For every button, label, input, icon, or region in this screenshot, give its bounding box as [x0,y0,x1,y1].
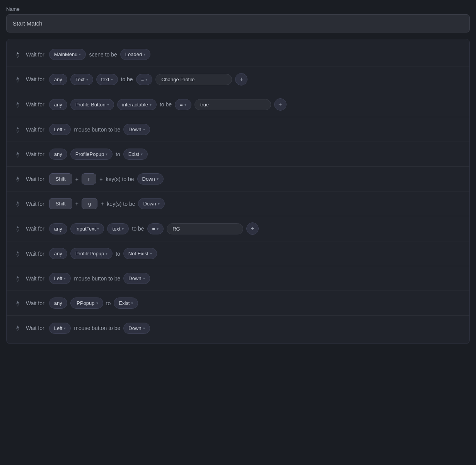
add-condition-button[interactable]: + [246,222,259,235]
pill-label: Down [143,201,156,207]
rule-row: ▲▽Wait forShift+g+key(s) to beDown▾ [7,191,469,216]
key-separator: + [75,201,78,207]
name-section: Name [6,6,470,32]
rule-row: ▲▽Wait forLeft▾mouse button to beDown▾ [7,266,469,291]
chevron-down-icon: ▾ [97,227,99,231]
dropdown-pill[interactable]: Down▾ [138,198,164,209]
dropdown-pill[interactable]: any [49,99,67,110]
value-input[interactable] [155,74,232,85]
collapse-toggle-icon[interactable]: ▲▽ [14,176,21,183]
pill-label: any [54,251,62,256]
dropdown-pill[interactable]: any [49,297,67,309]
static-text: mouse button to be [74,127,120,133]
dropdown-pill[interactable]: text▾ [96,74,118,85]
dropdown-pill[interactable]: Left▾ [49,124,71,135]
wait-for-label: Wait for [26,300,44,306]
dropdown-pill[interactable]: Down▾ [137,173,164,185]
static-text: scene to be [89,51,117,58]
collapse-toggle-icon[interactable]: ▲▽ [14,151,21,158]
dropdown-pill[interactable]: Not Exist▾ [123,248,157,259]
dropdown-pill[interactable]: Loaded▾ [120,49,150,60]
dropdown-pill[interactable]: Text▾ [70,74,93,85]
pill-label: Exist [119,300,130,306]
pill-label: Down [128,325,141,331]
add-condition-button[interactable]: + [235,73,247,85]
collapse-toggle-icon[interactable]: ▲▽ [14,76,21,83]
pill-label: Down [128,275,141,281]
dropdown-pill[interactable]: ProfilePopup▾ [70,248,113,259]
dropdown-pill[interactable]: Left▾ [49,273,71,284]
dropdown-pill[interactable]: InputText▾ [70,223,104,234]
chevron-down-icon: ▾ [157,227,159,231]
chevron-down-icon: ▾ [131,301,133,305]
pill-label: Left [54,275,63,281]
collapse-toggle-icon[interactable]: ▲▽ [14,51,21,58]
dropdown-pill[interactable]: Down▾ [123,124,150,135]
rule-row: ▲▽Wait forLeft▾mouse button to beDown▾ [7,316,469,340]
pill-label: Text [75,77,85,82]
wait-for-label: Wait for [26,275,44,282]
pill-label: ProfilePopup [75,251,104,256]
static-text: to [106,300,111,306]
dropdown-pill[interactable]: text▾ [107,223,129,234]
dropdown-pill[interactable]: Profile Button▾ [70,99,114,110]
value-input[interactable] [194,99,271,110]
pill-label: Left [54,325,63,331]
chevron-down-icon: ▾ [111,77,113,82]
wait-for-label: Wait for [26,325,44,331]
chevron-down-icon: ▾ [106,152,107,156]
pill-label: Left [54,127,63,132]
collapse-toggle-icon[interactable]: ▲▽ [14,126,21,133]
collapse-toggle-icon[interactable]: ▲▽ [14,275,21,282]
collapse-toggle-icon[interactable]: ▲▽ [14,325,21,332]
dropdown-pill[interactable]: any [49,149,67,160]
wait-for-label: Wait for [26,251,44,257]
static-text: to [116,251,120,257]
collapse-toggle-icon[interactable]: ▲▽ [14,225,21,232]
key-pill: g [82,198,97,209]
pill-label: ProfilePopup [75,151,104,157]
dropdown-pill[interactable]: ProfilePopup▾ [70,149,113,160]
dropdown-pill[interactable]: any [49,223,67,234]
name-input[interactable] [6,14,470,32]
dropdown-pill[interactable]: interactable▾ [117,99,157,110]
pill-label: text [101,77,109,82]
chevron-down-icon: ▾ [79,52,81,56]
dropdown-pill[interactable]: Exist▾ [114,297,138,309]
collapse-toggle-icon[interactable]: ▲▽ [14,250,21,257]
chevron-down-icon: ▾ [143,52,145,56]
dropdown-pill[interactable]: =▾ [136,74,153,85]
pill-label: text [112,226,120,232]
dropdown-pill[interactable]: IPPopup▾ [70,297,103,309]
chevron-down-icon: ▾ [143,276,145,280]
dropdown-pill[interactable]: Down▾ [123,273,150,284]
add-condition-button[interactable]: + [274,98,287,111]
pill-label: = [152,226,155,232]
dropdown-pill[interactable]: any [49,248,67,259]
chevron-down-icon: ▾ [64,326,66,330]
dropdown-pill[interactable]: =▾ [147,223,164,234]
rule-row: ▲▽Wait forLeft▾mouse button to beDown▾ [7,117,469,142]
pill-label: Loaded [125,51,142,57]
static-text: to [116,151,120,157]
dropdown-pill[interactable]: Down▾ [123,323,150,334]
collapse-toggle-icon[interactable]: ▲▽ [14,101,21,108]
name-label: Name [6,6,470,12]
dropdown-pill[interactable]: Left▾ [49,323,71,334]
pill-label: InputText [75,226,96,232]
chevron-down-icon: ▾ [157,177,159,181]
value-input[interactable] [167,223,243,234]
wait-for-label: Wait for [26,127,44,133]
dropdown-pill[interactable]: MainMenu▾ [49,49,86,60]
pill-label: interactable [122,102,148,108]
chevron-down-icon: ▾ [143,326,145,330]
collapse-toggle-icon[interactable]: ▲▽ [14,200,21,207]
dropdown-pill[interactable]: any [49,74,67,85]
collapse-toggle-icon[interactable]: ▲▽ [14,300,21,307]
static-text: to be [121,76,133,82]
dropdown-pill[interactable]: Exist▾ [123,149,148,160]
rule-row: ▲▽Wait foranyProfilePopup▾toExist▾ [7,142,469,167]
pill-label: Exist [128,151,139,157]
dropdown-pill[interactable]: =▾ [175,99,191,110]
pill-label: = [141,77,144,82]
